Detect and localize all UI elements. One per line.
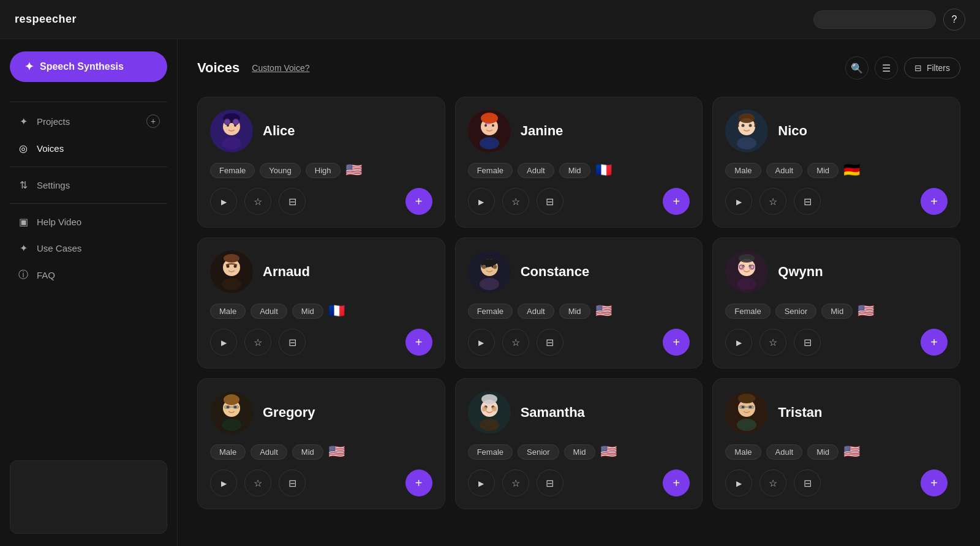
play-button-constance[interactable] <box>468 329 495 356</box>
sidebar-item-voices[interactable]: ◎ Voices <box>10 135 167 162</box>
topbar: respeecher ? <box>0 0 980 39</box>
voice-card-janine: Janine FemaleAdultMid 🇫🇷 <box>455 97 703 228</box>
add-button-arnaud[interactable] <box>405 329 432 356</box>
settings-button-alice[interactable] <box>279 188 306 215</box>
search-input[interactable] <box>813 10 936 29</box>
settings-button-nico[interactable] <box>794 188 821 215</box>
settings-button-gregory[interactable] <box>279 469 306 496</box>
play-button-gregory[interactable] <box>210 469 237 496</box>
tag-mid: Mid <box>807 444 839 460</box>
voice-name-alice: Alice <box>263 123 295 139</box>
tag-adult: Adult <box>518 304 554 319</box>
voice-flag-qwynn: 🇺🇸 <box>858 303 874 319</box>
add-button-nico[interactable] <box>921 188 948 215</box>
play-button-nico[interactable] <box>725 188 752 215</box>
star-icon-janine <box>511 196 520 208</box>
sidebar-item-projects[interactable]: ✦ Projects + <box>10 107 167 135</box>
add-project-button[interactable]: + <box>146 114 160 128</box>
content-area: Voices Custom Voice? 🔍 ☰ ⊟ Filters <box>178 39 980 546</box>
voice-flag-nico: 🇩🇪 <box>843 162 860 178</box>
voice-flag-gregory: 🇺🇸 <box>328 444 345 460</box>
favorite-button-arnaud[interactable] <box>244 329 271 356</box>
voice-card-gregory: Gregory MaleAdultMid 🇺🇸 <box>197 378 445 509</box>
play-icon-nico <box>736 196 742 207</box>
sidebar-item-projects-left: ✦ Projects <box>17 116 70 127</box>
sidebar-item-settings-label: Settings <box>37 180 70 190</box>
settings-button-tristan[interactable] <box>794 469 821 496</box>
star-icon-qwynn <box>769 337 777 348</box>
tag-mid: Mid <box>559 163 590 178</box>
favorite-button-qwynn[interactable] <box>760 329 786 356</box>
add-button-samantha[interactable] <box>663 469 690 496</box>
voice-tags-arnaud: MaleAdultMid 🇫🇷 <box>210 303 432 319</box>
star-icon-alice <box>254 196 262 208</box>
voice-avatar-qwynn <box>725 250 768 293</box>
sidebar-item-faq[interactable]: ⓘ FAQ <box>10 261 167 289</box>
sidebar-item-help-video[interactable]: ▣ Help Video <box>10 209 167 235</box>
favorite-button-samantha[interactable] <box>502 469 529 496</box>
play-button-qwynn[interactable] <box>725 329 752 356</box>
sparkle-icon: ✦ <box>24 60 34 73</box>
svg-point-30 <box>480 278 499 290</box>
play-button-janine[interactable] <box>468 188 495 215</box>
svg-point-67 <box>738 394 755 403</box>
sidebar-item-use-cases[interactable]: ✦ Use Cases <box>10 235 167 261</box>
play-button-arnaud[interactable] <box>210 329 237 356</box>
play-button-alice[interactable] <box>210 188 237 215</box>
voice-avatar-arnaud <box>210 250 253 293</box>
favorite-button-janine[interactable] <box>502 188 529 215</box>
voices-icon: ◎ <box>17 143 29 154</box>
favorite-button-constance[interactable] <box>502 329 529 356</box>
svg-point-61 <box>492 406 497 411</box>
svg-point-10 <box>480 137 499 149</box>
help-video-icon: ▣ <box>17 216 29 228</box>
voice-actions-arnaud <box>210 329 432 356</box>
add-button-alice[interactable] <box>405 188 432 215</box>
favorite-button-alice[interactable] <box>244 188 271 215</box>
sidebar-item-use-cases-left: ✦ Use Cases <box>17 242 81 254</box>
sidebar-bottom <box>10 460 167 534</box>
tag-male: Male <box>210 304 246 319</box>
svg-point-13 <box>481 113 498 124</box>
svg-point-12 <box>492 124 494 127</box>
play-button-tristan[interactable] <box>725 469 752 496</box>
voice-tags-constance: FemaleAdultMid 🇺🇸 <box>468 303 690 319</box>
favorite-button-gregory[interactable] <box>244 469 271 496</box>
tag-male: Male <box>725 444 761 460</box>
voice-card-header-alice: Alice <box>210 110 432 152</box>
add-button-qwynn[interactable] <box>921 329 948 356</box>
favorite-button-tristan[interactable] <box>760 469 786 496</box>
svg-point-33 <box>482 265 486 269</box>
filters-button[interactable]: ⊟ Filters <box>904 58 960 78</box>
favorite-button-nico[interactable] <box>760 188 786 215</box>
speech-synthesis-button[interactable]: ✦ Speech Synthesis <box>10 51 167 82</box>
sort-button[interactable]: ☰ <box>875 56 898 80</box>
tag-male: Male <box>725 163 761 178</box>
search-button[interactable]: 🔍 <box>845 56 869 80</box>
add-button-constance[interactable] <box>663 329 690 356</box>
plus-icon-janine <box>673 195 680 209</box>
settings-button-qwynn[interactable] <box>794 329 821 356</box>
play-button-samantha[interactable] <box>468 469 495 496</box>
settings-button-janine[interactable] <box>537 188 564 215</box>
settings-button-constance[interactable] <box>537 329 564 356</box>
sidebar-item-voices-label: Voices <box>37 143 64 154</box>
help-button[interactable]: ? <box>943 9 965 31</box>
settings-button-samantha[interactable] <box>537 469 564 496</box>
svg-rect-14 <box>488 123 490 124</box>
voice-avatar-alice <box>210 110 253 152</box>
svg-point-20 <box>749 124 752 127</box>
voice-avatar-tristan <box>725 391 768 434</box>
settings-button-arnaud[interactable] <box>279 329 306 356</box>
custom-voice-link[interactable]: Custom Voice? <box>252 63 309 73</box>
add-button-janine[interactable] <box>663 188 690 215</box>
add-button-tristan[interactable] <box>921 469 948 496</box>
star-icon-constance <box>511 337 520 348</box>
play-icon-arnaud <box>221 337 227 348</box>
voice-card-header-janine: Janine <box>468 110 690 152</box>
voice-flag-alice: 🇺🇸 <box>345 162 362 178</box>
plus-icon-alice <box>415 195 423 209</box>
voice-actions-nico <box>725 188 948 215</box>
add-button-gregory[interactable] <box>405 469 432 496</box>
sidebar-item-settings[interactable]: ⇅ Settings <box>10 172 167 198</box>
